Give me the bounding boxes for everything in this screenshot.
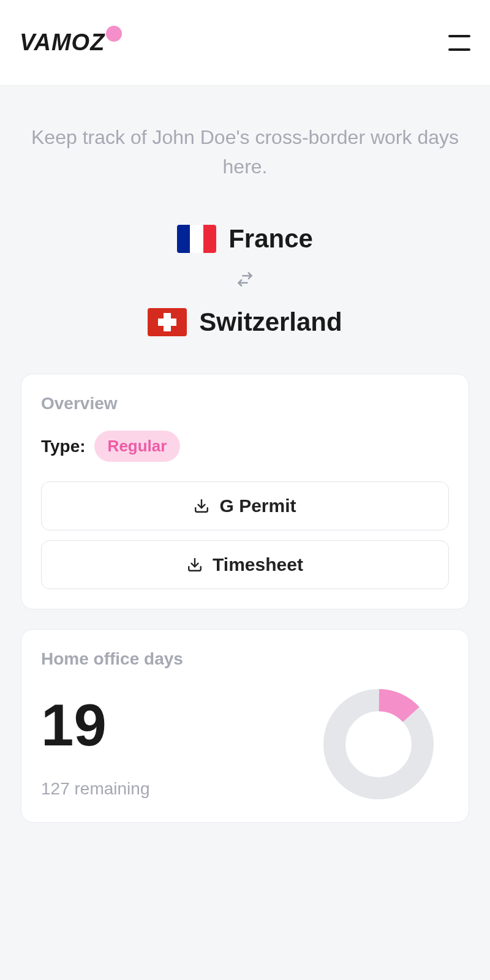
country-from-name: France (228, 224, 313, 254)
download-icon (187, 557, 203, 573)
home-office-used: 19 (41, 696, 149, 755)
swap-arrows-icon (236, 271, 254, 290)
brand-text: VAMOZ (20, 29, 105, 56)
main-content: Keep track of John Doe's cross-border wo… (0, 86, 490, 823)
home-office-remaining: 127 remaining (41, 779, 149, 799)
country-pair: France Switzerland (21, 224, 469, 337)
country-to: Switzerland (148, 307, 342, 337)
home-office-row: 19 127 remaining (41, 686, 449, 802)
overview-card: Overview Type: Regular G Permit Timeshee… (21, 374, 469, 609)
brand-dot-icon (106, 26, 122, 42)
timesheet-label: Timesheet (213, 554, 303, 575)
type-row: Type: Regular (41, 431, 449, 462)
switzerland-flag-icon (148, 308, 187, 336)
menu-bar-icon (448, 48, 470, 51)
g-permit-label: G Permit (219, 496, 296, 516)
overview-title: Overview (41, 394, 449, 413)
country-from: France (177, 224, 313, 254)
page-subtitle: Keep track of John Doe's cross-border wo… (21, 123, 469, 181)
svg-point-3 (334, 700, 423, 788)
download-icon (194, 498, 209, 514)
home-office-title: Home office days (41, 649, 449, 669)
g-permit-button[interactable]: G Permit (41, 481, 449, 530)
app-header: VAMOZ (0, 0, 490, 86)
menu-button[interactable] (448, 35, 470, 51)
menu-bar-icon (448, 35, 470, 37)
brand-logo: VAMOZ (20, 29, 105, 56)
timesheet-button[interactable]: Timesheet (41, 540, 449, 589)
home-office-stats: 19 127 remaining (41, 690, 149, 799)
home-office-card: Home office days 19 127 remaining (21, 629, 469, 823)
country-to-name: Switzerland (199, 307, 342, 337)
donut-chart-icon (320, 686, 437, 802)
type-label: Type: (41, 437, 86, 456)
type-badge: Regular (94, 431, 181, 462)
france-flag-icon (177, 225, 216, 253)
